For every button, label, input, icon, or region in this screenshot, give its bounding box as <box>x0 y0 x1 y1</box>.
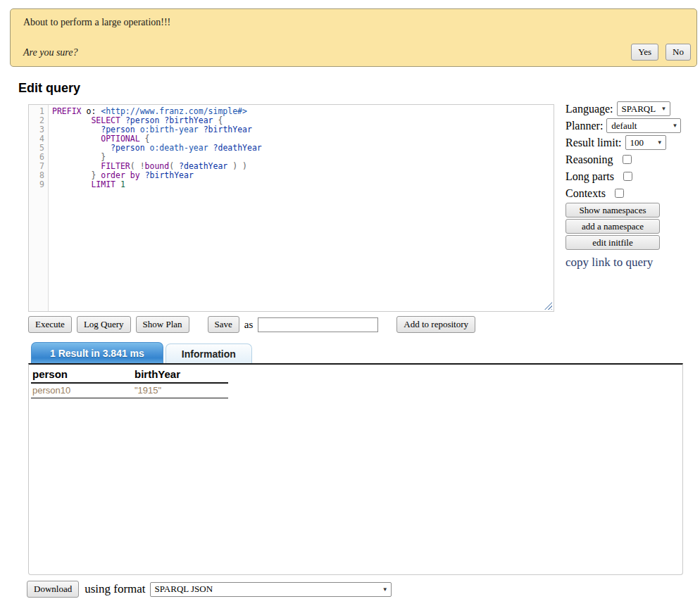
language-select[interactable]: SPARQL ▼ <box>617 101 670 116</box>
tab-results[interactable]: 1 Result in 3.841 ms <box>31 342 163 364</box>
table-row: person10"1915" <box>31 383 228 398</box>
download-row: Download using format SPARQL JSON ▼ <box>27 581 392 598</box>
download-format-select[interactable]: SPARQL JSON ▼ <box>150 582 392 597</box>
code-line: ?person o:death-year ?deathYear <box>52 144 554 153</box>
long-parts-checkbox[interactable] <box>623 172 632 181</box>
show-plan-button[interactable]: Show Plan <box>136 316 189 333</box>
add-namespace-button[interactable]: add a namespace <box>565 219 660 234</box>
contexts-label: Contexts <box>565 187 606 200</box>
planner-value: default <box>611 120 637 132</box>
edit-initfile-button[interactable]: edit initfile <box>565 235 660 250</box>
dialog-buttons: Yes No <box>631 44 691 61</box>
line-number: 4 <box>29 134 48 144</box>
save-button[interactable]: Save <box>208 316 239 333</box>
dialog-question: Are you sure? <box>23 47 78 58</box>
reasoning-checkbox[interactable] <box>623 155 632 164</box>
result-limit-label: Result limit: <box>565 137 622 149</box>
query-action-row: Execute Log Query Show Plan Save as Add … <box>28 316 683 333</box>
sparql-query-page: About to perform a large operation!!! Ar… <box>0 0 700 599</box>
chevron-down-icon: ▼ <box>382 586 388 593</box>
page-title: Edit query <box>18 81 80 96</box>
line-number: 9 <box>29 180 48 189</box>
result-cell[interactable]: "1915" <box>133 383 228 398</box>
line-number: 6 <box>29 153 48 162</box>
download-button[interactable]: Download <box>27 581 79 598</box>
copy-link-to-query-link[interactable]: copy link to query <box>565 256 653 270</box>
execute-button[interactable]: Execute <box>28 316 72 333</box>
line-number-gutter: 123456789 <box>29 105 49 311</box>
results-panel: person birthYear person10"1915" <box>28 363 683 575</box>
contexts-checkbox[interactable] <box>615 189 624 198</box>
line-number: 2 <box>29 116 48 125</box>
chevron-down-icon: ▼ <box>661 106 667 112</box>
line-number: 1 <box>29 107 48 116</box>
query-options-panel: Language: SPARQL ▼ Planner: default ▼ Re… <box>565 101 694 270</box>
code-area[interactable]: PREFIX o: <http://www.franz.com/simple#>… <box>49 105 554 311</box>
tab-information[interactable]: Information <box>165 343 252 364</box>
download-format-value: SPARQL JSON <box>155 584 213 595</box>
line-number: 7 <box>29 162 48 171</box>
using-format-label: using format <box>85 582 145 596</box>
save-as-label: as <box>244 319 254 331</box>
add-to-repository-button[interactable]: Add to repository <box>396 316 475 333</box>
result-cell[interactable]: person10 <box>31 383 133 398</box>
result-limit-select[interactable]: 100 ▼ <box>625 135 666 150</box>
column-header-person: person <box>31 367 133 383</box>
yes-button[interactable]: Yes <box>631 44 658 61</box>
line-number: 8 <box>29 171 48 180</box>
line-number: 5 <box>29 144 48 153</box>
line-number: 3 <box>29 125 48 134</box>
results-table: person birthYear person10"1915" <box>31 367 228 398</box>
column-header-birthyear: birthYear <box>133 367 228 383</box>
dialog-message: About to perform a large operation!!! <box>23 17 170 28</box>
show-namespaces-button[interactable]: Show namespaces <box>565 203 660 217</box>
query-editor[interactable]: 123456789 PREFIX o: <http://www.franz.co… <box>28 104 554 312</box>
planner-select[interactable]: default ▼ <box>606 118 681 133</box>
no-button[interactable]: No <box>665 44 691 61</box>
result-limit-value: 100 <box>630 137 644 149</box>
language-label: Language: <box>565 103 613 115</box>
long-parts-label: Long parts <box>565 170 614 183</box>
planner-label: Planner: <box>565 120 603 132</box>
reasoning-label: Reasoning <box>565 153 613 166</box>
large-operation-dialog: About to perform a large operation!!! Ar… <box>10 8 697 67</box>
results-tabs: 1 Result in 3.841 ms Information <box>31 342 252 364</box>
language-value: SPARQL <box>622 103 656 115</box>
log-query-button[interactable]: Log Query <box>77 316 131 333</box>
save-name-input[interactable] <box>258 317 378 332</box>
code-line: LIMIT 1 <box>52 180 554 189</box>
chevron-down-icon: ▼ <box>672 122 677 129</box>
code-line: } order by ?birthYear <box>52 171 554 180</box>
chevron-down-icon: ▼ <box>657 139 663 146</box>
